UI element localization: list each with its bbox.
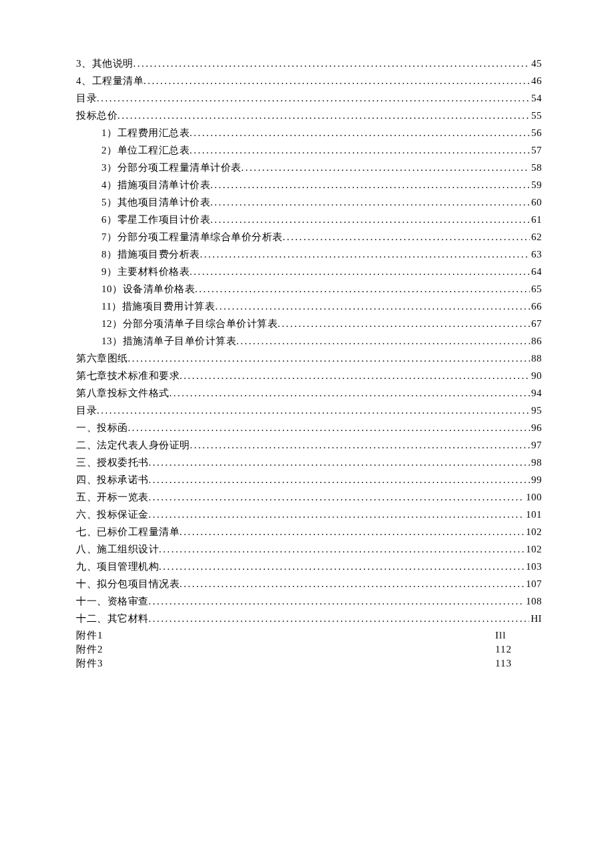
toc-leader-dots [210,211,530,228]
toc-entry: 3）分部分项工程量清单计价表58 [76,159,542,176]
toc-title: 十、拟分包项目情况表 [76,575,180,592]
toc-leader-dots [180,575,525,592]
toc-title: 八、施工组织设计 [76,540,159,558]
toc-leader-dots [128,350,531,367]
toc-title: 3）分部分项工程量清单计价表 [101,159,242,176]
toc-entry: 13）措施清单子目单价计算表86 [76,332,542,350]
toc-leader-dots [149,610,530,627]
toc-entry: 三、授权委托书98 [76,454,542,471]
toc-leader-dots [133,55,531,72]
table-of-contents: 3、其他说明454、工程量清单46目录54投标总价551）工程费用汇总表562）… [76,55,542,627]
attachment-entry: 附件3113 [76,657,542,671]
toc-entry: 九、项目管理机构103 [76,558,542,575]
toc-page-number: 100 [525,488,542,506]
toc-title: 九、项目管理机构 [76,558,159,575]
toc-page-number: 101 [525,506,542,523]
toc-page-number: 62 [530,228,542,246]
toc-page-number: 108 [525,592,542,610]
toc-leader-dots [200,246,531,263]
toc-page-number: 67 [530,315,542,332]
toc-page-number: 57 [530,141,542,159]
toc-entry: 2）单位工程汇总表57 [76,141,542,159]
toc-title: 第七章技术标准和要求 [76,367,180,384]
toc-entry: 八、施工组织设计102 [76,540,542,558]
toc-title: 2）单位工程汇总表 [101,141,190,159]
toc-title: 13）措施清单子目单价计算表 [101,332,236,350]
toc-entry: 8）措施项目费分析表63 [76,246,542,263]
toc-page-number: 56 [530,124,542,141]
toc-title: 11）措施项目费用计算表 [101,298,215,315]
toc-title: 6）零星工作项目计价表 [101,211,210,228]
toc-title: 十一、资格审查 [76,592,149,610]
attachment-entry: 附件1Ill [76,628,542,642]
toc-entry: 第六章图纸88 [76,350,542,367]
toc-page-number: 94 [530,384,542,402]
toc-title: 目录 [76,89,97,107]
toc-page-number: 46 [530,72,542,89]
toc-entry: 11）措施项目费用计算表66 [76,298,542,315]
toc-entry: 7）分部分项工程量清单综合单价分析表62 [76,228,542,246]
toc-title: 5）其他项目清单计价表 [101,193,210,211]
toc-page-number: 95 [530,402,542,419]
toc-title: 一、投标函 [76,419,128,436]
attachment-page-number: 112 [495,642,542,657]
toc-entry: 1）工程费用汇总表56 [76,124,542,141]
toc-entry: 5）其他项目清单计价表60 [76,193,542,211]
toc-entry: 10）设备清单价格表65 [76,280,542,298]
toc-entry: 二、法定代表人身份证明97 [76,436,542,454]
toc-entry: 12）分部分项清单子目综合单价计算表67 [76,315,542,332]
toc-entry: 6）零星工作项目计价表61 [76,211,542,228]
attachment-label: 附件3 [76,657,103,671]
toc-page-number: 86 [530,332,542,350]
toc-leader-dots [180,523,525,540]
toc-page-number: 102 [525,523,542,540]
attachment-page-number: Ill [495,628,542,642]
toc-entry: 十、拟分包项目情况表107 [76,575,542,592]
toc-page-number: 58 [530,159,542,176]
toc-entry: 投标总价55 [76,107,542,124]
toc-entry: 第八章投标文件格式94 [76,384,542,402]
toc-page-number: 102 [525,540,542,558]
toc-leader-dots [190,141,530,159]
toc-page-number: 59 [530,176,542,193]
toc-title: 10）设备清单价格表 [101,280,195,298]
toc-leader-dots [210,193,530,211]
toc-page-number: 63 [530,246,542,263]
toc-leader-dots [278,315,530,332]
toc-title: 第六章图纸 [76,350,128,367]
toc-page-number: 107 [525,575,542,592]
toc-page-number: 64 [530,263,542,280]
toc-page-number: 65 [530,280,542,298]
toc-title: 9）主要材料价格表 [101,263,190,280]
toc-page-number: 55 [530,107,542,124]
toc-leader-dots [117,107,530,124]
toc-title: 六、投标保证金 [76,506,149,523]
toc-entry: 四、投标承诺书99 [76,471,542,488]
toc-title: 第八章投标文件格式 [76,384,170,402]
toc-leader-dots [149,488,525,506]
toc-leader-dots [195,280,530,298]
toc-page-number: 96 [530,419,542,436]
toc-leader-dots [149,454,531,471]
toc-leader-dots [97,402,530,419]
toc-entry: 4、工程量清单46 [76,72,542,89]
toc-title: 3、其他说明 [76,55,133,72]
toc-title: 三、授权委托书 [76,454,149,471]
toc-page-number: 97 [530,436,542,454]
toc-page-number: 90 [530,367,542,384]
document-page: 3、其他说明454、工程量清单46目录54投标总价551）工程费用汇总表562）… [0,0,614,868]
toc-title: 4）措施项目清单计价表 [101,176,210,193]
toc-leader-dots [128,419,531,436]
toc-entry: 3、其他说明45 [76,55,542,72]
toc-title: 七、已标价工程量清单 [76,523,180,540]
toc-title: 12）分部分项清单子目综合单价计算表 [101,315,278,332]
toc-entry: 9）主要材料价格表64 [76,263,542,280]
toc-leader-dots [215,298,530,315]
attachment-page-number: 113 [495,657,542,671]
toc-title: 二、法定代表人身份证明 [76,436,190,454]
attachment-entry: 附件2112 [76,642,542,657]
toc-leader-dots [143,72,530,89]
toc-page-number: 99 [530,471,542,488]
attachment-label: 附件1 [76,628,103,642]
toc-title: 4、工程量清单 [76,72,143,89]
